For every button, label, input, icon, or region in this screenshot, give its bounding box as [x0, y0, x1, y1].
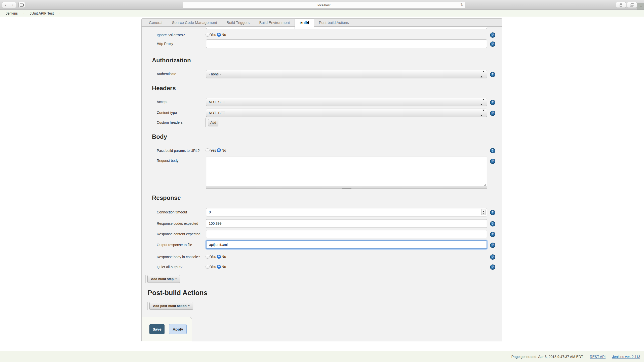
- radio-yes-label: Yes: [210, 265, 216, 269]
- add-post-build-action-button[interactable]: Add post-build action ▾: [149, 302, 193, 310]
- response-content-input[interactable]: [206, 230, 487, 238]
- tab-build[interactable]: Build: [295, 19, 314, 26]
- connection-timeout-input[interactable]: [206, 208, 487, 216]
- response-codes-input[interactable]: [206, 219, 487, 228]
- row-quiet-output: Quiet all output? Yes No ?: [142, 263, 502, 271]
- save-button[interactable]: Save: [149, 324, 165, 334]
- radio-no[interactable]: [217, 33, 221, 37]
- section-heading-headers: Headers: [152, 85, 176, 92]
- field-label: Quiet all output?: [157, 263, 182, 271]
- field-label: Content-type: [157, 108, 177, 117]
- accept-select[interactable]: NOT_SET: [206, 98, 487, 106]
- help-icon[interactable]: ?: [490, 111, 495, 116]
- jenkins-version-link[interactable]: Jenkins ver. 2.113: [612, 355, 640, 359]
- tab-source-code-management[interactable]: Source Code Management: [167, 19, 222, 26]
- add-post-build-action-label: Add post-build action: [153, 304, 187, 308]
- repeatable-marker: [147, 302, 148, 310]
- apply-button[interactable]: Apply: [169, 324, 187, 334]
- row-content-expected: Response content expected ?: [142, 230, 502, 238]
- add-build-step-button[interactable]: Add build step ▾: [147, 275, 180, 283]
- content-type-select[interactable]: NOT_SET: [206, 109, 487, 117]
- radio-no[interactable]: [217, 265, 221, 269]
- request-body-textarea[interactable]: [206, 157, 487, 187]
- sidebar-toggle-button[interactable]: [18, 2, 25, 8]
- help-icon[interactable]: ?: [490, 254, 495, 260]
- radio-yes[interactable]: [206, 148, 210, 152]
- tab-build-environment[interactable]: Build Environment: [254, 19, 295, 26]
- help-icon[interactable]: ?: [490, 41, 495, 47]
- help-icon[interactable]: ?: [490, 221, 495, 227]
- url-bar[interactable]: localhost ↻: [183, 2, 465, 8]
- field-label: Authenticate: [157, 70, 176, 78]
- share-button[interactable]: [616, 2, 626, 8]
- config-content: Ignore Ssl errors? Yes No ? Http Proxy ?…: [141, 27, 502, 341]
- tab-general[interactable]: General: [144, 19, 167, 26]
- select-value: NOT_SET: [209, 111, 225, 115]
- field-label: Http Proxy: [157, 39, 173, 48]
- page-generated-text: Page generated: Apr 3, 2018 9:47:37 AM E…: [511, 355, 583, 359]
- field-label: Accept: [157, 98, 168, 106]
- select-arrows-icon: [480, 111, 485, 115]
- add-custom-header-button[interactable]: Add: [208, 119, 218, 126]
- ignore-ssl-radio-group: Yes No: [206, 33, 227, 37]
- help-icon[interactable]: ?: [490, 264, 495, 270]
- tab-post-build-actions[interactable]: Post-build Actions: [314, 19, 354, 26]
- browser-toolbar: ‹ › localhost ↻ +: [0, 0, 644, 10]
- tab-build-triggers[interactable]: Build Triggers: [222, 19, 255, 26]
- field-label: Custom headers: [157, 118, 183, 127]
- repeatable-marker: [205, 118, 206, 127]
- section-heading-authorization: Authorization: [152, 57, 191, 64]
- breadcrumb-separator-icon: ›: [59, 12, 60, 15]
- section-divider: [142, 287, 502, 287]
- help-icon[interactable]: ?: [490, 148, 495, 153]
- screen: ‹ › localhost ↻ + Jenkins › JUnit APIF T…: [0, 0, 644, 362]
- breadcrumb: Jenkins › JUnit APIF Test ›: [0, 10, 644, 17]
- field-label: Connection timeout: [157, 208, 187, 217]
- reload-icon[interactable]: ↻: [460, 3, 463, 7]
- http-proxy-input[interactable]: [206, 39, 487, 48]
- chevron-down-icon: ▾: [175, 278, 177, 280]
- breadcrumb-job[interactable]: JUnit APIF Test: [30, 11, 54, 15]
- radio-yes[interactable]: [206, 33, 210, 37]
- textarea-drag-bar[interactable]: [206, 187, 487, 189]
- back-button[interactable]: ‹: [2, 2, 9, 8]
- row-connection-timeout: Connection timeout ?: [142, 208, 502, 217]
- authenticate-select[interactable]: - none -: [206, 70, 487, 78]
- radio-no[interactable]: [217, 148, 221, 152]
- radio-no[interactable]: [217, 255, 221, 259]
- url-text: localhost: [317, 3, 330, 7]
- radio-yes[interactable]: [206, 265, 210, 269]
- breadcrumb-jenkins[interactable]: Jenkins: [6, 11, 18, 15]
- repeatable-marker: [145, 275, 146, 283]
- help-icon[interactable]: ?: [490, 32, 495, 38]
- row-authenticate: Authenticate - none - ?: [142, 70, 502, 78]
- row-request-body: Request body ?: [142, 157, 502, 189]
- row-custom-headers: Custom headers Add: [142, 118, 502, 127]
- row-output-file: Output response to file ?: [142, 240, 502, 250]
- row-codes-expected: Response codes expected ?: [142, 219, 502, 228]
- new-tab-button[interactable]: +: [637, 3, 644, 10]
- select-value: NOT_SET: [209, 100, 225, 104]
- breadcrumb-separator-icon: ›: [23, 12, 24, 15]
- tab-overview-button[interactable]: [627, 2, 637, 8]
- rest-api-link[interactable]: REST API: [590, 355, 606, 359]
- select-arrows-icon: [480, 100, 485, 104]
- number-spinner[interactable]: [481, 209, 486, 215]
- share-icon: [619, 3, 623, 7]
- help-icon[interactable]: ?: [490, 72, 495, 77]
- help-icon[interactable]: ?: [490, 243, 495, 248]
- radio-yes[interactable]: [206, 255, 210, 259]
- radio-yes-label: Yes: [210, 255, 216, 259]
- row-accept: Accept NOT_SET ?: [142, 98, 502, 106]
- textarea-resize-grip-icon[interactable]: [484, 184, 486, 186]
- help-icon[interactable]: ?: [490, 232, 495, 237]
- output-file-input[interactable]: [206, 240, 487, 249]
- radio-yes-label: Yes: [210, 148, 216, 152]
- help-icon[interactable]: ?: [490, 210, 495, 215]
- radio-no-label: No: [222, 265, 226, 269]
- forward-button[interactable]: ›: [9, 2, 16, 8]
- row-content-type: Content-type NOT_SET ?: [142, 108, 502, 117]
- body-in-console-radio-group: Yes No: [206, 255, 227, 259]
- help-icon[interactable]: ?: [490, 100, 495, 105]
- help-icon[interactable]: ?: [490, 159, 495, 164]
